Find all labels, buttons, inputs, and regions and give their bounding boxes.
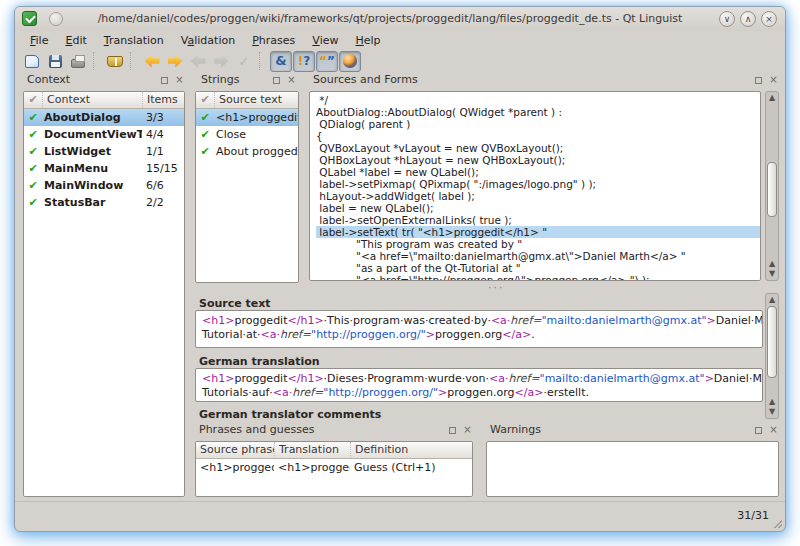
menu-file[interactable]: File — [23, 32, 55, 49]
source-text-label: Source text — [199, 297, 271, 310]
minimize-button[interactable]: ∨ — [719, 11, 735, 27]
context-column-header[interactable]: Context — [42, 92, 142, 108]
dock-close-icon[interactable]: × — [286, 74, 297, 85]
next-arrow-icon — [168, 55, 183, 68]
context-table-body: ✔AboutDialog3/3✔DocumentViewType4/4✔List… — [24, 109, 184, 211]
sources-scrollbar-thumb[interactable] — [767, 162, 777, 217]
context-row[interactable]: ✔DocumentViewType4/4 — [24, 126, 184, 143]
done-check-icon: ✔ — [196, 145, 214, 158]
dock-float-icon[interactable] — [161, 77, 168, 84]
phrases-table-header[interactable]: Source phraseTranslationDefinition — [196, 442, 472, 459]
phrases-table: Source phraseTranslationDefinition <h1>p… — [195, 441, 473, 497]
next-unfinished-button[interactable] — [210, 51, 232, 72]
print-button[interactable] — [67, 51, 89, 72]
strings-table: ✔Source text ✔<h1>proggedit</...✔Close✔A… — [195, 91, 299, 283]
phrases-column-header[interactable]: Source phrase — [196, 442, 274, 458]
titlebar-menu-button[interactable] — [49, 12, 63, 26]
sources-scrollbar[interactable]: ▲ ▲ ▼ — [765, 91, 779, 281]
dock-float-icon[interactable] — [449, 427, 456, 434]
menu-phrases[interactable]: Phrases — [245, 32, 302, 49]
dock-float-icon[interactable] — [273, 77, 280, 84]
context-dock: Context × ✔ContextItems ✔AboutDialog3/3✔… — [19, 71, 189, 501]
context-table-header[interactable]: ✔ContextItems — [24, 92, 184, 109]
prev-arrow-icon — [145, 55, 160, 68]
statusbar: 31/31 — [15, 501, 785, 531]
accelerators-toggle-icon: & — [275, 52, 286, 70]
menubar: FileEditTranslationValidationPhrasesView… — [15, 31, 785, 50]
context-row[interactable]: ✔StatusBar2/2 — [24, 194, 184, 211]
strings-dock: Strings × ✔Source text ✔<h1>proggedit</.… — [193, 71, 301, 285]
menu-edit[interactable]: Edit — [58, 32, 93, 49]
menu-view[interactable]: View — [305, 32, 345, 49]
german-translation-box[interactable]: <h1>proggedit</h1>·Dieses·Programm·wurde… — [195, 368, 763, 402]
editor-scrollbar-thumb[interactable] — [767, 306, 777, 378]
context-dock-buttons: × — [161, 74, 185, 85]
context-row[interactable]: ✔MainWindow6/6 — [24, 177, 184, 194]
scroll-down-icon[interactable]: ▼ — [766, 407, 778, 417]
menu-help[interactable]: Help — [348, 32, 387, 49]
done-check-icon: ✔ — [24, 128, 42, 141]
items-column-header[interactable]: Items — [142, 92, 184, 108]
code-line: "<a href=\"http://proggen.org/\">proggen… — [316, 274, 760, 281]
context-items-count: 4/4 — [142, 128, 184, 141]
phrasebook-button[interactable] — [104, 51, 126, 72]
dock-close-icon[interactable]: × — [174, 74, 185, 85]
done-check-icon: ✔ — [24, 145, 42, 158]
scroll-up-icon[interactable]: ▲ — [766, 397, 778, 407]
done-check-icon: ✔ — [24, 111, 42, 124]
scroll-up-icon[interactable]: ▲ — [766, 259, 778, 269]
context-name: AboutDialog — [42, 111, 142, 124]
sources-dock-title: Sources and Forms — [307, 71, 781, 89]
context-items-count: 6/6 — [142, 179, 184, 192]
phrase-marks-toggle-icon: “” — [319, 52, 335, 70]
done-and-next-button[interactable]: ✓ — [233, 51, 255, 72]
toggle-accelerators-button[interactable]: & — [270, 51, 292, 72]
phrases-column-header[interactable]: Definition — [350, 442, 472, 458]
dock-close-icon[interactable]: × — [768, 424, 779, 435]
code-line: "as a part of the Qt-Tutorial at " — [316, 262, 760, 274]
warnings-dock-buttons: × — [755, 424, 779, 435]
editor-scrollbar[interactable]: ▲ ▲ ▼ — [765, 293, 779, 419]
source-text-column-header[interactable]: Source text — [214, 92, 298, 108]
dock-float-icon[interactable] — [755, 77, 762, 84]
maximize-button[interactable]: ∧ — [740, 11, 756, 27]
menu-translation[interactable]: Translation — [97, 32, 171, 49]
context-row[interactable]: ✔ListWidget1/1 — [24, 143, 184, 160]
scroll-down-icon[interactable]: ▼ — [766, 269, 778, 279]
scroll-up-icon[interactable]: ▲ — [766, 295, 778, 305]
strings-table-header[interactable]: ✔Source text — [196, 92, 298, 109]
string-row[interactable]: ✔About proggedit — [196, 143, 298, 160]
toggle-punctuation-button[interactable]: !? — [293, 51, 315, 72]
dock-close-icon[interactable]: × — [768, 74, 779, 85]
string-row[interactable]: ✔Close — [196, 126, 298, 143]
save-icon — [49, 55, 62, 68]
prev-unfinished-button[interactable] — [187, 51, 209, 72]
code-line: label->setOpenExternalLinks( true ); — [316, 214, 760, 226]
resize-grip-icon[interactable] — [774, 520, 782, 528]
open-button[interactable] — [21, 51, 43, 72]
toolbar-separator — [93, 52, 100, 70]
dock-close-icon[interactable]: × — [462, 424, 473, 435]
prev-button[interactable] — [141, 51, 163, 72]
close-button[interactable]: × — [761, 11, 777, 27]
menu-validation[interactable]: Validation — [174, 32, 242, 49]
context-name: MainMenu — [42, 162, 142, 175]
check-column-icon: ✔ — [196, 92, 214, 108]
next-button[interactable] — [164, 51, 186, 72]
toggle-markers-button[interactable] — [339, 51, 361, 72]
phrases-column-header[interactable]: Translation — [274, 442, 350, 458]
toggle-phrases-button[interactable]: “” — [316, 51, 338, 72]
scroll-up-icon[interactable]: ▲ — [766, 93, 778, 103]
string-source-text: <h1>proggedit</... — [214, 111, 298, 124]
titlebar[interactable]: /home/daniel/codes/proggen/wiki/framewor… — [15, 7, 785, 31]
horizontal-splitter[interactable] — [193, 285, 783, 291]
place-markers-toggle-icon — [343, 54, 357, 68]
qt-linguist-window: /home/daniel/codes/proggen/wiki/framewor… — [14, 6, 786, 532]
code-line: QVBoxLayout *vLayout = new QVBoxLayout()… — [316, 142, 760, 154]
string-row[interactable]: ✔<h1>proggedit</... — [196, 109, 298, 126]
phrase-row[interactable]: <h1>proggedi...<h1>proggedi...Guess (Ctr… — [196, 459, 472, 476]
dock-float-icon[interactable] — [755, 427, 762, 434]
save-button[interactable] — [44, 51, 66, 72]
context-row[interactable]: ✔MainMenu15/15 — [24, 160, 184, 177]
context-row[interactable]: ✔AboutDialog3/3 — [24, 109, 184, 126]
